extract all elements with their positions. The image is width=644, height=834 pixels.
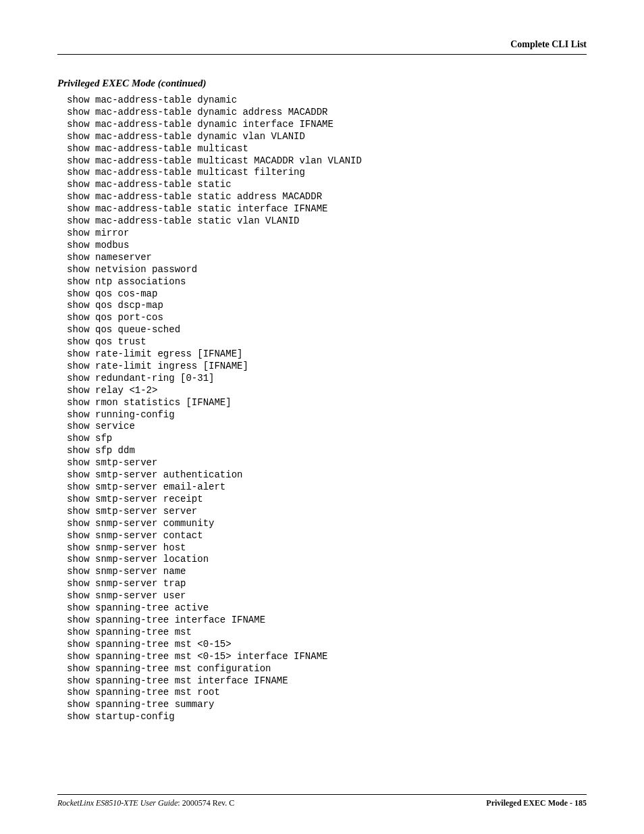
header-rule [57, 54, 587, 55]
header-right: Complete CLI List [510, 39, 587, 50]
footer-right: Privileged EXEC Mode - 185 [486, 798, 587, 808]
content-area: Privileged EXEC Mode (continued) show ma… [57, 78, 587, 723]
cli-command-list: show mac-address-table dynamic show mac-… [57, 95, 587, 723]
footer-left-italic: RocketLinx ES8510-XTE User Guide [57, 798, 178, 808]
footer-rule [57, 794, 587, 795]
section-heading: Privileged EXEC Mode (continued) [57, 78, 587, 89]
footer-left-rest: : 2000574 Rev. C [178, 798, 234, 808]
footer-left: RocketLinx ES8510-XTE User Guide: 200057… [57, 798, 234, 808]
